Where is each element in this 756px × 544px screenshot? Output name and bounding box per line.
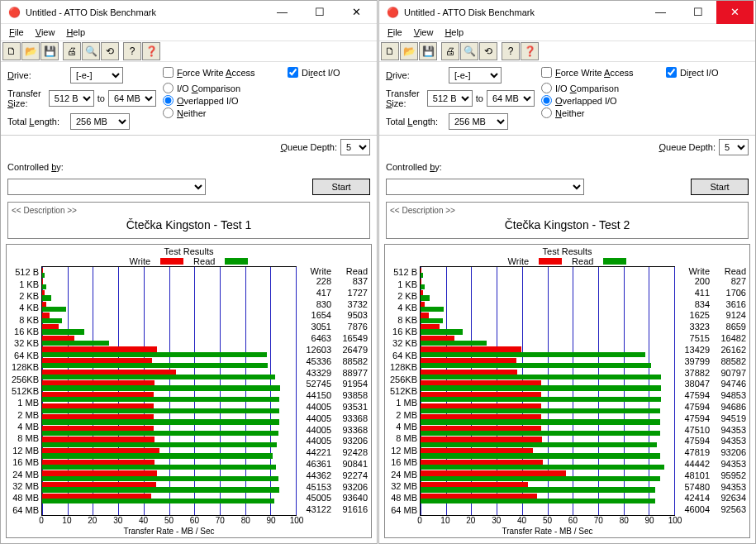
drive-select[interactable]: [-e-]: [449, 67, 502, 84]
description-box[interactable]: << Description >> Čtečka Kingston - Test…: [7, 202, 370, 239]
total-length-label: Total Length:: [386, 117, 445, 126]
print-icon[interactable]: 🖨: [441, 42, 459, 60]
close-button[interactable]: ✕: [338, 1, 375, 24]
ytick: 16 MB: [8, 457, 39, 467]
bar-read: [42, 419, 279, 424]
direct-io-checkbox[interactable]: Direct I/O: [666, 67, 749, 78]
bar-read: [421, 295, 430, 300]
val-write: 1654: [297, 310, 333, 322]
val-write: 45005: [297, 493, 333, 504]
queue-depth-select[interactable]: 5: [340, 139, 370, 155]
ts-to-select[interactable]: 64 MB: [487, 90, 535, 107]
val-read: 94853: [711, 390, 748, 402]
val-read: 91616: [333, 504, 369, 516]
menu-view[interactable]: View: [409, 26, 439, 39]
new-icon[interactable]: 🗋: [381, 42, 399, 60]
menu-file[interactable]: File: [383, 26, 407, 39]
queue-depth-select[interactable]: 5: [719, 139, 749, 155]
neither-radio[interactable]: Neither: [163, 107, 281, 118]
new-icon[interactable]: 🗋: [2, 42, 21, 60]
description-header: << Description >>: [12, 206, 366, 215]
fwa-checkbox[interactable]: Force Write Access: [163, 67, 281, 78]
val-write: 43122: [297, 504, 333, 516]
ytick: 1 MB: [8, 398, 39, 408]
io-comparison-radio[interactable]: I/O Comparison: [541, 83, 659, 93]
bar-read: [421, 408, 660, 413]
val-read: 93206: [333, 436, 369, 447]
reset-icon[interactable]: ⟲: [479, 42, 497, 60]
val-read: 94519: [711, 413, 748, 425]
val-write: 830: [297, 299, 333, 311]
bar-read: [42, 375, 275, 379]
open-icon[interactable]: 📂: [400, 42, 418, 60]
val-read: 9124: [711, 310, 748, 322]
maximize-button[interactable]: ☐: [301, 1, 338, 24]
ts-to-select[interactable]: 64 MB: [108, 90, 156, 107]
whatsthis-icon[interactable]: ❓: [142, 42, 160, 60]
fwa-checkbox[interactable]: Force Write Access: [541, 67, 659, 78]
overlapped-io-radio[interactable]: Overlapped I/O: [163, 95, 281, 106]
reset-icon[interactable]: ⟲: [101, 42, 119, 60]
save-icon[interactable]: 💾: [419, 42, 437, 60]
menubar: FileViewHelp: [379, 24, 755, 41]
help-icon[interactable]: ?: [123, 42, 141, 60]
controlled-by-select[interactable]: [7, 179, 206, 195]
bar-read: [42, 273, 45, 278]
xtick: 50: [543, 516, 552, 525]
menu-file[interactable]: File: [4, 26, 29, 39]
ytick: 8 MB: [8, 433, 39, 443]
ytick: 512 B: [8, 267, 39, 277]
val-write: 47594: [675, 390, 711, 402]
ytick: 8 KB: [387, 315, 417, 325]
results-panel: Test Results Write Read 512 B1 KB2 KB4 K…: [384, 244, 750, 538]
bar-read: [421, 431, 660, 436]
close-button[interactable]: ✕: [716, 1, 754, 24]
direct-io-checkbox[interactable]: Direct I/O: [288, 67, 370, 78]
help-icon[interactable]: ?: [502, 42, 520, 60]
zoom-icon[interactable]: 🔍: [460, 42, 478, 60]
controlled-by-select[interactable]: [386, 179, 584, 195]
val-write: 12603: [297, 345, 333, 356]
xtick: 20: [466, 516, 475, 525]
val-write: 13429: [675, 345, 711, 356]
tl-select[interactable]: 256 MB: [449, 113, 508, 130]
val-read: 93531: [333, 402, 369, 413]
ts-from-select[interactable]: 512 B: [427, 90, 473, 107]
menu-view[interactable]: View: [31, 26, 60, 39]
titlebar: 🔴 Untitled - ATTO Disk Benchmark — ☐ ✕: [1, 1, 377, 24]
ts-from-select[interactable]: 512 B: [49, 90, 94, 107]
ytick: 64 MB: [8, 505, 39, 515]
description-box[interactable]: << Description >> Čtečka Kingston - Test…: [386, 202, 749, 239]
start-button[interactable]: Start: [691, 179, 749, 195]
val-write: 38047: [675, 379, 711, 390]
bar-read: [42, 453, 273, 458]
bar-read: [42, 408, 279, 413]
start-button[interactable]: Start: [312, 179, 370, 195]
val-write: 44005: [297, 436, 333, 447]
menu-help[interactable]: Help: [440, 26, 468, 39]
io-comparison-radio[interactable]: I/O Comparison: [163, 83, 281, 93]
app-icon: 🔴: [7, 6, 21, 19]
tl-select[interactable]: 256 MB: [70, 113, 130, 130]
overlapped-io-radio[interactable]: Overlapped I/O: [541, 95, 659, 106]
minimize-button[interactable]: —: [642, 1, 679, 24]
ytick: 32 KB: [8, 338, 39, 348]
menu-help[interactable]: Help: [61, 26, 90, 39]
val-read: 88582: [711, 356, 748, 368]
xtick: 70: [216, 516, 225, 525]
zoom-icon[interactable]: 🔍: [82, 42, 100, 60]
open-icon[interactable]: 📂: [21, 42, 40, 60]
minimize-button[interactable]: —: [264, 1, 301, 24]
val-read: 93640: [333, 493, 369, 504]
print-icon[interactable]: 🖨: [63, 42, 81, 60]
val-write: 46004: [675, 504, 711, 516]
legend-write-label: Write: [130, 256, 150, 266]
whatsthis-icon[interactable]: ❓: [521, 42, 539, 60]
drive-select[interactable]: [-e-]: [70, 67, 123, 84]
save-icon[interactable]: 💾: [40, 42, 59, 60]
val-read: 827: [711, 276, 748, 288]
val-write: 834: [675, 299, 711, 311]
val-read: 94353: [711, 425, 748, 437]
neither-radio[interactable]: Neither: [541, 107, 659, 118]
maximize-button[interactable]: ☐: [679, 1, 716, 24]
